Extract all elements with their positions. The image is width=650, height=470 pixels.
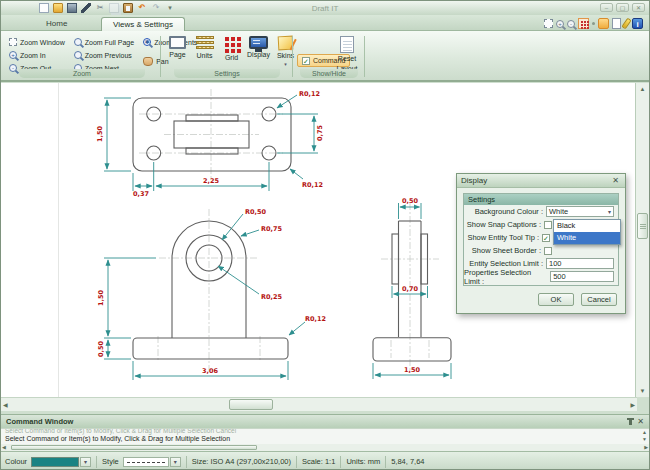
snap-captions-checkbox[interactable] [544, 221, 552, 229]
grid-button[interactable]: Grid [219, 34, 244, 67]
zoom-previous-button[interactable]: Zoom Previous [72, 49, 136, 61]
colour-swatch[interactable] [31, 457, 79, 467]
scroll-left-icon[interactable]: ◀ [3, 400, 8, 410]
zoom-window-icon[interactable] [544, 19, 553, 28]
tab-home[interactable]: Home [35, 17, 78, 31]
svg-text:0,75: 0,75 [316, 125, 324, 142]
redo-icon[interactable] [151, 3, 161, 13]
command-history-line: Select Command or Item(s) to Modify, Cli… [5, 428, 635, 434]
background-colour-select[interactable]: White ▾ [546, 206, 614, 217]
option-white[interactable]: White [554, 232, 620, 244]
zoom-in-icon[interactable]: + [556, 20, 564, 28]
chevron-down-icon: ▾ [608, 207, 611, 217]
groupbox-header: Settings [464, 194, 618, 205]
vertical-scroll-thumb[interactable] [637, 213, 648, 239]
svg-text:R0,25: R0,25 [261, 293, 283, 301]
entity-tooltip-checkbox[interactable]: ✓ [542, 234, 550, 242]
tab-views-settings[interactable]: Views & Settings [101, 17, 185, 31]
cursor-coordinates: 5,84, 7,64 [391, 457, 424, 466]
key-icon[interactable] [621, 18, 631, 30]
copy-icon[interactable] [109, 3, 119, 13]
cmd-scroll-right-icon[interactable]: ▶ [644, 444, 648, 450]
undo-icon[interactable] [137, 3, 147, 13]
new-document-icon[interactable] [39, 3, 49, 13]
reset-layout-button[interactable]: Reset Layout [333, 34, 361, 73]
dialog-title-bar[interactable]: Display ✕ [457, 174, 625, 188]
spin-down-icon[interactable]: ▼ [642, 437, 647, 442]
close-button[interactable]: ✕ [632, 3, 645, 12]
cancel-button[interactable]: Cancel [581, 293, 617, 306]
ok-button[interactable]: OK [538, 293, 574, 306]
top-view: 1,50 0,37 2,25 0,75 R0,12 R0,12 [96, 89, 324, 198]
save-disk-icon[interactable] [67, 3, 77, 13]
info-icon[interactable]: i [632, 18, 643, 29]
scroll-right-icon[interactable]: ▶ [630, 400, 635, 410]
zoom-out-icon: - [9, 64, 17, 72]
scroll-down-icon[interactable]: ▼ [636, 386, 649, 396]
pin-icon[interactable] [629, 418, 632, 425]
colour-dropdown-icon[interactable]: ▾ [80, 457, 91, 467]
skins-icon[interactable] [598, 18, 609, 29]
svg-text:0,50: 0,50 [402, 197, 419, 205]
front-view: 1,50 0,50 3,06 R0,50 R0,75 R0,25 R0,12 [97, 208, 326, 380]
page-icon[interactable] [612, 18, 621, 29]
display-dialog: Display ✕ Settings Background Colour : W… [456, 173, 626, 314]
dialog-close-icon[interactable]: ✕ [610, 176, 621, 185]
zoom-out-icon[interactable]: - [567, 20, 575, 28]
command-window-title: Command Window [6, 417, 73, 426]
scroll-up-icon[interactable]: ▲ [636, 84, 649, 94]
grid-icon[interactable] [578, 18, 589, 29]
title-bar: Draft IT – ▢ ✕ [1, 1, 649, 15]
option-black[interactable]: Black [554, 220, 620, 232]
units-text: Units: mm [346, 457, 380, 466]
command-history-area[interactable]: Select Command or Item(s) to Modify, Cli… [1, 428, 649, 444]
vertical-scrollbar[interactable]: ▲ ▼ [635, 83, 649, 397]
minimize-button[interactable]: – [600, 3, 613, 12]
window-controls: – ▢ ✕ [600, 3, 645, 12]
zoom-in-button[interactable]: +Zoom In [7, 49, 67, 61]
paste-clipboard-icon[interactable] [123, 3, 133, 13]
zoom-window-button[interactable]: Zoom Window [7, 36, 67, 48]
dot-icon [592, 22, 595, 25]
sheet-border-checkbox[interactable] [544, 247, 552, 255]
style-dropdown-icon[interactable]: ▾ [170, 457, 181, 467]
horizontal-scroll-thumb[interactable] [229, 399, 273, 410]
ribbon-group-showhide: ✓ Command Reset Layout Show/Hide [293, 32, 365, 80]
page-button[interactable]: Page [165, 34, 190, 67]
line-style-preview[interactable] [123, 457, 169, 467]
zoom-full-page-button[interactable]: Zoom Full Page [72, 36, 136, 48]
command-window-header[interactable]: Command Window ✕ [1, 415, 649, 428]
ribbon: Zoom Window +Zoom In -Zoom Out Zoom Full… [1, 31, 649, 82]
cmd-scroll-thumb[interactable] [11, 445, 257, 450]
spin-up-icon[interactable]: ▲ [642, 430, 647, 435]
units-button[interactable]: Units [192, 34, 217, 67]
zoom-extents-icon: ✱ [143, 38, 151, 46]
maximize-button[interactable]: ▢ [616, 3, 629, 12]
skins-note-icon [278, 36, 294, 51]
command-scrollbar[interactable]: ◀ ▶ [1, 444, 649, 451]
qat-more-dropdown-icon[interactable] [165, 3, 175, 13]
svg-text:1,50: 1,50 [97, 290, 105, 307]
app-window: Draft IT – ▢ ✕ Home Views & Settings + - [0, 0, 650, 470]
status-bar: Colour ▾ Style ▾ Size: ISO A4 (297,00x21… [1, 451, 649, 470]
open-folder-icon[interactable] [53, 3, 63, 13]
ribbon-group-zoom: Zoom Window +Zoom In -Zoom Out Zoom Full… [3, 32, 161, 80]
horizontal-scrollbar[interactable]: ◀ ▶ [1, 397, 637, 411]
cut-scissors-icon[interactable] [95, 3, 105, 13]
quick-access-toolbar [39, 3, 175, 13]
command-window: Command Window ✕ Select Command or Item(… [1, 414, 649, 450]
entity-limit-input[interactable]: 100 [546, 258, 614, 269]
zoom-window-icon [9, 38, 17, 46]
command-scroll-spinner[interactable]: ▲▼ [642, 430, 647, 442]
background-colour-row: Background Colour : White ▾ [464, 205, 618, 218]
pen-icon[interactable] [81, 3, 91, 13]
zoom-previous-icon [74, 51, 82, 59]
checkbox-icon: ✓ [302, 57, 310, 65]
command-close-icon[interactable]: ✕ [637, 417, 644, 426]
display-button[interactable]: Display [246, 34, 271, 67]
cmd-scroll-left-icon[interactable]: ◀ [2, 444, 6, 450]
properties-limit-input[interactable]: 500 [550, 271, 614, 282]
svg-text:1,50: 1,50 [96, 126, 104, 143]
sheet-border-line [58, 83, 59, 397]
style-label: Style [102, 457, 119, 466]
